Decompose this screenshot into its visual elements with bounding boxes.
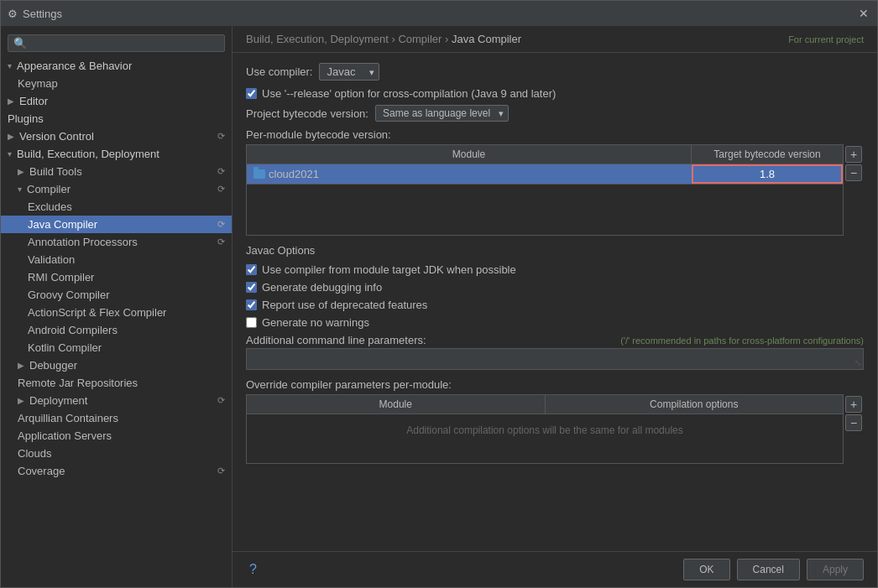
sidebar-item-label: Build Tools	[29, 165, 82, 178]
table-empty-space	[247, 185, 843, 235]
sidebar-item-label: RMI Compiler	[28, 271, 94, 284]
sidebar: 🔍 ▾ Appearance & Behavior Keymap ▶ Edito…	[1, 26, 233, 587]
window-title: Settings	[23, 8, 62, 20]
sidebar-item-plugins[interactable]: Plugins	[1, 110, 232, 127]
release-option-row: Use '--release' option for cross-compila…	[246, 87, 864, 100]
sidebar-item-label: Plugins	[8, 112, 44, 125]
module-table-body: cloud2021	[246, 164, 844, 236]
compiler-select[interactable]: Javac Eclipse Ajc	[319, 63, 379, 81]
bytecode-select[interactable]: Same as language level 1.8 11 17	[375, 105, 509, 122]
sidebar-item-debugger[interactable]: ▶ Debugger	[1, 356, 232, 374]
ok-button[interactable]: OK	[683, 559, 729, 580]
settings-window: ⚙ Settings ✕ 🔍 ▾ Appearance & Behavior K…	[0, 0, 878, 588]
javac-option-4: Generate no warnings	[246, 316, 864, 329]
arrow-icon: ▶	[8, 132, 14, 141]
table-row[interactable]: cloud2021	[247, 164, 843, 185]
remove-module-button[interactable]: −	[845, 164, 862, 181]
sidebar-item-rmi[interactable]: RMI Compiler	[1, 268, 232, 286]
add-module-button[interactable]: +	[845, 146, 862, 163]
override-empty-hint: Additional compilation options will be t…	[247, 414, 843, 446]
sidebar-item-android[interactable]: Android Compilers	[1, 321, 232, 339]
bytecode-select-wrapper[interactable]: Same as language level 1.8 11 17	[375, 105, 509, 122]
apply-button[interactable]: Apply	[807, 559, 864, 580]
override-add-button[interactable]: +	[845, 396, 862, 413]
javac-option-2-label: Generate debugging info	[262, 281, 382, 294]
sidebar-item-kotlin[interactable]: Kotlin Compiler	[1, 339, 232, 356]
arrow-icon: ▾	[8, 149, 12, 159]
sidebar-item-coverage[interactable]: Coverage ⟳	[1, 462, 232, 480]
javac-option-1-checkbox[interactable]	[246, 264, 257, 275]
sidebar-item-java-compiler[interactable]: Java Compiler ⟳	[1, 216, 232, 233]
override-table-section: Override compiler parameters per-module:…	[246, 378, 864, 464]
cmd-params-input-area[interactable]: ⤡	[246, 348, 864, 370]
sidebar-item-clouds[interactable]: Clouds	[1, 445, 232, 462]
version-column-header: Target bytecode version	[692, 145, 843, 164]
override-add-remove-buttons: + −	[844, 394, 864, 464]
sidebar-item-deployment[interactable]: ▶ Deployment ⟳	[1, 392, 232, 409]
release-option-checkbox[interactable]	[246, 88, 257, 99]
sidebar-item-build-exec[interactable]: ▾ Build, Execution, Deployment	[1, 145, 232, 163]
sidebar-item-annotation[interactable]: Annotation Processors ⟳	[1, 233, 232, 251]
use-compiler-row: Use compiler: Javac Eclipse Ajc	[246, 63, 864, 81]
cancel-button[interactable]: Cancel	[737, 559, 800, 580]
sidebar-item-version-control[interactable]: ▶ Version Control ⟳	[1, 127, 232, 145]
sidebar-item-label: Debugger	[29, 359, 77, 372]
app-icon: ⚙	[8, 8, 18, 20]
sidebar-item-label: Editor	[19, 95, 48, 107]
search-input[interactable]	[27, 38, 219, 49]
sync-icon: ⟳	[217, 166, 225, 177]
breadcrumb-path: Build, Execution, Deployment › Compiler …	[246, 33, 521, 45]
sidebar-item-compiler[interactable]: ▾ Compiler ⟳	[1, 180, 232, 198]
javac-option-3-label: Report use of deprecated features	[262, 299, 427, 311]
javac-option-3-checkbox[interactable]	[246, 299, 257, 310]
arrow-icon: ▾	[8, 61, 12, 70]
cmd-params-input[interactable]	[247, 353, 853, 369]
sidebar-item-label: Excludes	[28, 200, 72, 213]
breadcrumb: Build, Execution, Deployment › Compiler …	[233, 26, 877, 53]
arrow-icon: ▶	[8, 96, 14, 106]
override-module-header: Module	[247, 395, 546, 414]
sidebar-item-label: Appearance & Behavior	[17, 60, 132, 72]
javac-option-4-label: Generate no warnings	[262, 316, 369, 329]
sidebar-item-keymap[interactable]: Keymap	[1, 75, 232, 92]
crumb-sep2: ›	[445, 33, 452, 45]
sidebar-item-remote-jar[interactable]: Remote Jar Repositories	[1, 374, 232, 392]
override-table-container: Module Compilation options Additional co…	[246, 394, 864, 464]
sidebar-item-arquillian[interactable]: Arquillian Containers	[1, 409, 232, 427]
release-option-label: Use '--release' option for cross-compila…	[262, 87, 556, 100]
crumb-java-compiler: Java Compiler	[452, 33, 521, 45]
sidebar-item-groovy[interactable]: Groovy Compiler	[1, 286, 232, 304]
sidebar-item-validation[interactable]: Validation	[1, 251, 232, 268]
sidebar-item-actionscript[interactable]: ActionScript & Flex Compiler	[1, 304, 232, 321]
sidebar-item-label: Validation	[28, 253, 75, 266]
help-icon[interactable]: ?	[246, 559, 260, 580]
sidebar-item-label: Arquillian Containers	[18, 412, 118, 424]
cmd-params-row: Additional command line parameters: ('/'…	[246, 334, 864, 370]
main-panel: Build, Execution, Deployment › Compiler …	[233, 26, 877, 587]
sidebar-item-label: Coverage	[18, 465, 65, 477]
module-cell: cloud2021	[247, 164, 692, 184]
sidebar-item-excludes[interactable]: Excludes	[1, 198, 232, 216]
javac-option-2-checkbox[interactable]	[246, 282, 257, 293]
compiler-select-wrapper[interactable]: Javac Eclipse Ajc	[319, 63, 379, 81]
javac-option-4-checkbox[interactable]	[246, 317, 257, 328]
version-input[interactable]	[700, 168, 834, 180]
sidebar-item-editor[interactable]: ▶ Editor	[1, 92, 232, 110]
module-table-container: Module Target bytecode version cloud2021	[246, 144, 864, 236]
javac-option-3: Report use of deprecated features	[246, 299, 864, 311]
override-remove-button[interactable]: −	[845, 414, 862, 431]
sidebar-item-build-tools[interactable]: ▶ Build Tools ⟳	[1, 163, 232, 180]
search-box[interactable]: 🔍	[8, 34, 225, 52]
version-cell[interactable]	[692, 164, 843, 184]
cmd-label-row: Additional command line parameters: ('/'…	[246, 334, 864, 346]
sidebar-item-appearance[interactable]: ▾ Appearance & Behavior	[1, 57, 232, 75]
javac-option-1: Use compiler from module target JDK when…	[246, 263, 864, 276]
sync-icon: ⟳	[217, 219, 225, 230]
sync-icon: ⟳	[217, 466, 225, 476]
javac-option-2: Generate debugging info	[246, 281, 864, 294]
use-compiler-label: Use compiler:	[246, 65, 312, 78]
close-button[interactable]: ✕	[857, 7, 870, 20]
sidebar-item-label: Groovy Compiler	[28, 289, 110, 301]
sync-icon: ⟳	[217, 237, 225, 247]
sidebar-item-app-servers[interactable]: Application Servers	[1, 427, 232, 445]
